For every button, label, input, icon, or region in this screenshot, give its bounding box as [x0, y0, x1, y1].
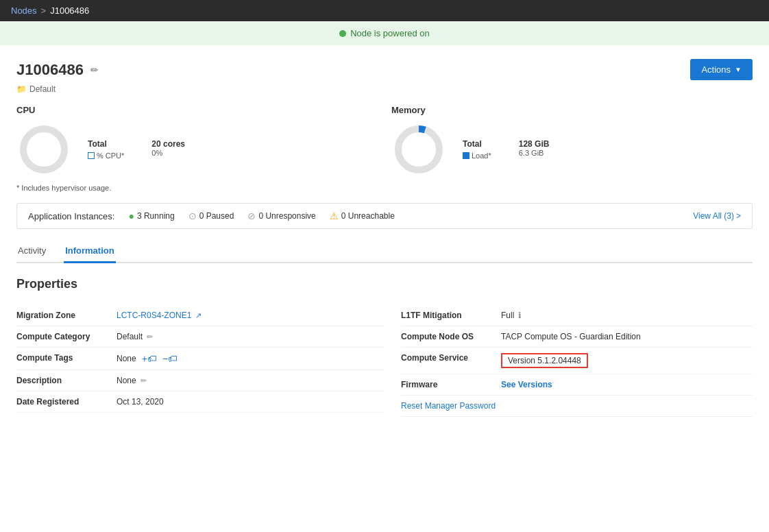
actions-button[interactable]: Actions ▼ — [690, 59, 753, 80]
top-bar: Nodes > J1006486 — [0, 0, 769, 21]
unresponsive-dot-icon: ⊘ — [247, 210, 256, 221]
prop-l1tf: L1TF Mitigation Full ℹ — [401, 305, 753, 326]
migration-zone-arrow-icon[interactable]: ↗ — [195, 311, 202, 320]
cpu-section: CPU Total % CPU* — [16, 105, 378, 177]
running-instances: ● 3 Running — [128, 210, 174, 221]
paused-count: 0 Paused — [199, 211, 234, 221]
cpu-legend: % CPU* — [88, 152, 124, 160]
view-all-text: View All (3) — [693, 211, 734, 221]
properties-title: Properties — [16, 277, 753, 291]
prop-compute-service: Compute Service Version 5.1.2.04448 — [401, 348, 753, 374]
description-edit-icon[interactable]: ✏ — [141, 376, 147, 385]
remove-tag-icon[interactable]: −🏷 — [162, 353, 178, 364]
unreachable-instances: ⚠ 0 Unreachable — [330, 210, 395, 221]
prop-compute-tags: Compute Tags None +🏷 −🏷 — [16, 348, 384, 370]
tabs-row: Activity Information — [16, 240, 753, 263]
svg-point-0 — [23, 129, 64, 170]
compute-service-key: Compute Service — [401, 353, 490, 363]
compute-category-value: Default — [117, 332, 143, 341]
compute-os-key: Compute Node OS — [401, 332, 490, 341]
reset-manager-link[interactable]: Reset Manager Password — [401, 401, 496, 411]
running-count: 3 Running — [137, 211, 175, 221]
description-value: None — [117, 376, 136, 385]
prop-compute-category: Compute Category Default ✏ — [16, 326, 384, 348]
edit-title-icon[interactable]: ✏ — [90, 64, 99, 75]
actions-label: Actions — [701, 64, 731, 75]
page-title: J1006486 — [16, 61, 84, 79]
l1tf-value: Full — [501, 311, 514, 320]
cpu-title: CPU — [16, 105, 378, 115]
compute-tags-key: Compute Tags — [16, 353, 106, 363]
view-all-link[interactable]: View All (3) > — [693, 211, 741, 221]
running-dot-icon: ● — [128, 210, 134, 221]
properties-grid: Migration Zone LCTC-R0S4-ZONE1 ↗ Compute… — [16, 305, 753, 417]
folder-icon: 📁 — [16, 84, 27, 94]
memory-total-value: 128 GiB — [519, 139, 550, 149]
prop-migration-zone: Migration Zone LCTC-R0S4-ZONE1 ↗ — [16, 305, 384, 326]
default-label-row: 📁 Default — [16, 84, 753, 94]
compute-category-edit-icon[interactable]: ✏ — [147, 332, 153, 341]
properties-left-col: Migration Zone LCTC-R0S4-ZONE1 ↗ Compute… — [16, 305, 384, 417]
compute-os-value: TACP Compute OS - Guardian Edition — [501, 332, 641, 341]
default-label-text: Default — [29, 84, 56, 94]
status-banner: Node is powered on — [0, 21, 769, 45]
app-instances-bar: Application Instances: ● 3 Running ⊙ 0 P… — [16, 203, 753, 229]
memory-legend: Load* — [463, 152, 491, 160]
breadcrumb-current: J1006486 — [50, 5, 89, 16]
breadcrumb-separator: > — [41, 5, 47, 16]
unreachable-count: 0 Unreachable — [341, 211, 395, 221]
unreachable-dot-icon: ⚠ — [330, 210, 339, 221]
paused-instances: ⊙ 0 Paused — [188, 210, 234, 221]
date-registered-value: Oct 13, 2020 — [117, 397, 164, 407]
compute-service-version-badge: Version 5.1.2.04448 — [501, 353, 588, 368]
page-header: J1006486 ✏ Actions ▼ — [16, 59, 753, 80]
prop-description: Description None ✏ — [16, 370, 384, 391]
l1tf-info-icon[interactable]: ℹ — [518, 311, 522, 320]
compute-category-key: Compute Category — [16, 332, 106, 341]
date-registered-key: Date Registered — [16, 397, 106, 407]
firmware-link[interactable]: See Versions — [501, 380, 552, 389]
status-text: Node is powered on — [350, 28, 430, 38]
metrics-row: CPU Total % CPU* — [16, 105, 753, 177]
view-all-chevron-icon: > — [736, 211, 741, 221]
app-instances-label: Application Instances: — [28, 211, 114, 221]
actions-arrow-icon: ▼ — [735, 66, 742, 73]
memory-total-label: Total — [463, 139, 491, 149]
cpu-donut — [16, 122, 71, 177]
firmware-key: Firmware — [401, 380, 490, 389]
status-dot — [339, 30, 346, 37]
add-tag-icon[interactable]: +🏷 — [142, 353, 157, 364]
migration-zone-key: Migration Zone — [16, 311, 106, 320]
migration-zone-value[interactable]: LCTC-R0S4-ZONE1 — [117, 311, 191, 320]
compute-tags-value: None — [117, 354, 136, 363]
svg-point-2 — [398, 129, 439, 170]
hypervisor-note: * Includes hypervisor usage. — [16, 184, 753, 192]
cpu-percentage-value: 0% — [151, 149, 185, 157]
unresponsive-instances: ⊘ 0 Unresponsive — [247, 210, 315, 221]
cpu-cores-value: 20 cores — [151, 139, 185, 149]
prop-compute-os: Compute Node OS TACP Compute OS - Guardi… — [401, 326, 753, 348]
prop-reset-manager: Reset Manager Password — [401, 396, 753, 417]
tab-information[interactable]: Information — [64, 240, 116, 263]
prop-firmware: Firmware See Versions — [401, 374, 753, 396]
cpu-total-label: Total — [88, 139, 124, 149]
description-key: Description — [16, 376, 106, 385]
l1tf-key: L1TF Mitigation — [401, 311, 490, 320]
prop-date-registered: Date Registered Oct 13, 2020 — [16, 391, 384, 413]
properties-right-col: L1TF Mitigation Full ℹ Compute Node OS T… — [384, 305, 753, 417]
memory-section: Memory Total Load* — [391, 105, 753, 177]
tab-activity[interactable]: Activity — [16, 240, 47, 263]
breadcrumb-nodes[interactable]: Nodes — [11, 5, 37, 16]
unresponsive-count: 0 Unresponsive — [258, 211, 315, 221]
memory-title: Memory — [391, 105, 753, 115]
memory-donut — [391, 122, 446, 177]
memory-load-value: 6.3 GiB — [519, 149, 550, 157]
paused-dot-icon: ⊙ — [188, 210, 197, 221]
